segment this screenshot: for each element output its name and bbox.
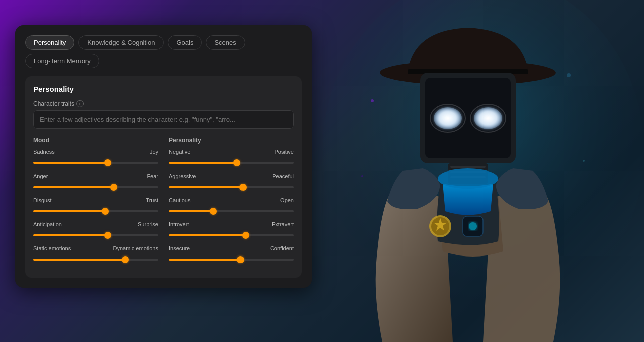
personality-slider-1-labels: Aggressive Peaceful <box>169 173 294 179</box>
mood-slider-0-input[interactable] <box>33 162 158 164</box>
personality-slider-2-track <box>169 205 294 214</box>
personality-slider-0-labels: Negative Positive <box>169 149 294 155</box>
mood-slider-2-input[interactable] <box>33 210 158 212</box>
traits-label: Character traits i <box>33 100 294 107</box>
personality-slider-2-labels: Cautious Open <box>169 197 294 203</box>
mood-slider-2-right: Trust <box>146 197 158 203</box>
mood-slider-3-right: Surprise <box>138 221 158 227</box>
personality-slider-4-input[interactable] <box>169 259 294 261</box>
personality-slider-3-track <box>169 229 294 238</box>
mood-slider-1-track <box>33 181 158 190</box>
tab-goals[interactable]: Goals <box>168 35 202 50</box>
mood-slider-3: Anticipation Surprise <box>33 221 158 238</box>
mood-title: Mood <box>33 137 158 144</box>
tab-memory[interactable]: Long-Term Memory <box>25 54 99 68</box>
personality-title: Personality <box>169 137 294 144</box>
personality-slider-4-track <box>169 253 294 263</box>
mood-slider-0-labels: Sadness Joy <box>33 149 158 155</box>
mood-slider-4: Static emotions Dynamic emotions <box>33 245 158 263</box>
main-panel: Personality Knowledge & Cognition Goals … <box>15 25 312 288</box>
mood-slider-4-labels: Static emotions Dynamic emotions <box>33 245 158 251</box>
tab-personality[interactable]: Personality <box>25 35 74 50</box>
mood-slider-4-left: Static emotions <box>33 245 71 251</box>
mood-slider-2-labels: Disgust Trust <box>33 197 158 203</box>
personality-slider-4-left: Insecure <box>169 245 190 251</box>
mood-sliders-container: Sadness Joy Anger Fear Disgust Trust <box>33 149 158 263</box>
personality-slider-2-right: Open <box>280 197 294 203</box>
tab-bar: Personality Knowledge & Cognition Goals … <box>25 35 302 68</box>
mood-slider-2-left: Disgust <box>33 197 52 203</box>
personality-slider-2-input[interactable] <box>169 210 294 212</box>
personality-slider-4-right: Confident <box>270 245 294 251</box>
info-icon[interactable]: i <box>76 100 84 107</box>
mood-column: Mood Sadness Joy Anger Fear Disgust Trus… <box>33 137 158 270</box>
personality-slider-3-input[interactable] <box>169 234 294 236</box>
character-traits-section: Character traits i <box>33 100 294 129</box>
mood-slider-4-right: Dynamic emotions <box>113 245 158 251</box>
mood-slider-3-left: Anticipation <box>33 221 62 227</box>
personality-slider-3-left: Introvert <box>169 221 189 227</box>
personality-slider-4-labels: Insecure Confident <box>169 245 294 251</box>
content-box: Personality Character traits i Mood Sadn… <box>25 76 302 278</box>
tab-scenes[interactable]: Scenes <box>206 35 245 50</box>
mood-slider-2-track <box>33 205 158 214</box>
personality-slider-0-right: Positive <box>274 149 294 155</box>
personality-slider-0-input[interactable] <box>169 162 294 164</box>
mood-slider-0: Sadness Joy <box>33 149 158 166</box>
personality-slider-1-input[interactable] <box>169 186 294 188</box>
mood-slider-4-track <box>33 253 158 263</box>
personality-slider-3-right: Extravert <box>272 221 294 227</box>
mood-slider-3-track <box>33 229 158 238</box>
mood-slider-4-input[interactable] <box>33 259 158 261</box>
personality-slider-0-left: Negative <box>169 149 190 155</box>
personality-slider-1-right: Peaceful <box>272 173 294 179</box>
mood-slider-0-left: Sadness <box>33 149 55 155</box>
traits-input[interactable] <box>33 110 294 129</box>
section-title: Personality <box>33 84 294 93</box>
mood-slider-1-labels: Anger Fear <box>33 173 158 179</box>
personality-sliders-container: Negative Positive Aggressive Peaceful Ca… <box>169 149 294 263</box>
personality-slider-4: Insecure Confident <box>169 245 294 263</box>
mood-slider-3-labels: Anticipation Surprise <box>33 221 158 227</box>
sliders-grid: Mood Sadness Joy Anger Fear Disgust Trus… <box>33 137 294 270</box>
personality-slider-2: Cautious Open <box>169 197 294 214</box>
personality-slider-1-track <box>169 181 294 190</box>
mood-slider-0-track <box>33 157 158 166</box>
mood-slider-3-input[interactable] <box>33 234 158 236</box>
personality-slider-1: Aggressive Peaceful <box>169 173 294 190</box>
mood-slider-1-input[interactable] <box>33 186 158 188</box>
mood-slider-1-left: Anger <box>33 173 48 179</box>
mood-slider-1-right: Fear <box>147 173 158 179</box>
tab-knowledge[interactable]: Knowledge & Cognition <box>78 35 164 50</box>
personality-slider-3: Introvert Extravert <box>169 221 294 238</box>
personality-slider-0-track <box>169 157 294 166</box>
personality-slider-3-labels: Introvert Extravert <box>169 221 294 227</box>
personality-slider-2-left: Cautious <box>169 197 190 203</box>
mood-slider-1: Anger Fear <box>33 173 158 190</box>
personality-slider-1-left: Aggressive <box>169 173 196 179</box>
mood-slider-0-right: Joy <box>150 149 158 155</box>
personality-column: Personality Negative Positive Aggressive… <box>169 137 294 270</box>
personality-slider-0: Negative Positive <box>169 149 294 166</box>
mood-slider-2: Disgust Trust <box>33 197 158 214</box>
